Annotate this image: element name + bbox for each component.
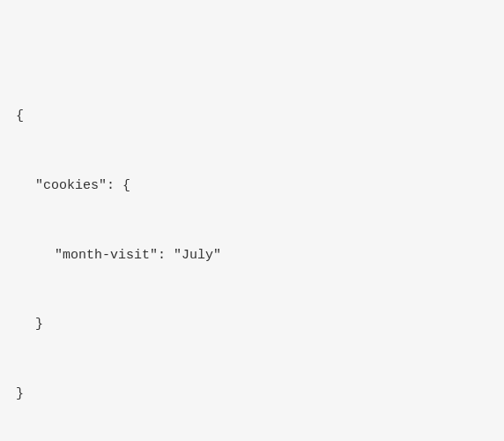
code-line: } <box>16 313 488 336</box>
code-line: { <box>16 105 488 128</box>
code-line: } <box>16 383 488 406</box>
code-line: "month-visit": "July" <box>16 244 488 267</box>
code-line: "cookies": { <box>16 175 488 198</box>
code-block: { "cookies": { "month-visit": "July" } }… <box>16 12 488 441</box>
json-object-1: { "cookies": { "month-visit": "July" } } <box>16 59 488 442</box>
